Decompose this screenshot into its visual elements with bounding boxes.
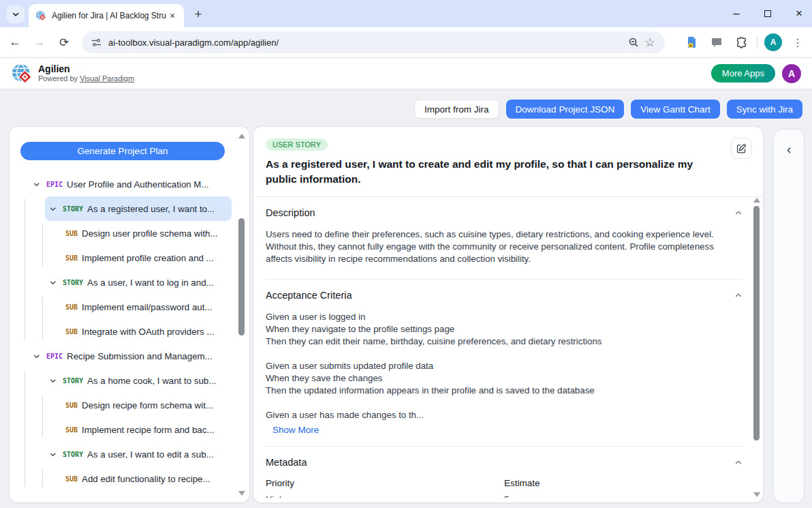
browser-menu-icon[interactable]: ⋮ — [789, 33, 807, 51]
section-title: Acceptance Criteria — [266, 290, 352, 301]
zoom-out-icon[interactable] — [625, 34, 642, 50]
tree-item-label: As a user, I want to log in and... — [87, 278, 214, 288]
field-value: 5 — [504, 494, 743, 498]
tree-item-type: EPIC — [46, 353, 63, 360]
chevron-down-icon[interactable] — [49, 205, 59, 213]
tree-item-label: Implement profile creation and ... — [82, 253, 214, 263]
tree-item-type: STORY — [63, 205, 83, 213]
story-detail-header: USER STORY As a registered user, I want … — [253, 127, 763, 197]
acceptance-criteria-section: Acceptance Criteria Given a user is logg… — [266, 279, 743, 446]
more-apps-button[interactable]: More Apps — [711, 64, 775, 83]
tree-item-epic[interactable]: EPICRecipe Submission and Managem... — [10, 344, 232, 368]
browser-profile-avatar[interactable]: A — [764, 33, 782, 51]
window-minimize-button[interactable]: – — [732, 9, 741, 18]
generate-project-plan-button[interactable]: Generate Project Plan — [20, 142, 225, 160]
tree-item-type: STORY — [63, 377, 83, 385]
site-settings-icon[interactable] — [91, 38, 102, 48]
app-header: Agilien Powered by Visual Paradigm More … — [0, 58, 812, 89]
chevron-up-icon[interactable] — [734, 209, 743, 217]
metadata-section-header[interactable]: Metadata — [266, 457, 743, 468]
scroll-down-icon[interactable] — [238, 491, 245, 496]
tree-item-type: SUB — [65, 254, 78, 262]
scrollbar-thumb[interactable] — [753, 206, 760, 440]
show-more-link[interactable]: Show More — [272, 425, 319, 435]
tree-item-label: Recipe Submission and Managem... — [67, 351, 213, 361]
back-button[interactable]: ← — [5, 33, 25, 52]
chevron-up-icon[interactable] — [734, 458, 743, 466]
reload-button[interactable]: ⟳ — [54, 33, 74, 52]
edit-pencil-icon — [736, 143, 747, 154]
tree-item-story[interactable]: STORYAs a user, I want to log in and... — [10, 270, 232, 295]
chevron-down-icon[interactable] — [49, 377, 59, 385]
chevron-up-icon[interactable] — [734, 291, 743, 299]
detail-scrollbar[interactable] — [753, 198, 761, 497]
feedback-bubble-icon[interactable] — [708, 33, 725, 51]
expand-panel-button[interactable] — [774, 142, 804, 158]
story-tree: EPICUser Profile and Authentication M...… — [10, 172, 232, 503]
tree-item-type: SUB — [65, 402, 78, 409]
tree-guide-line — [42, 395, 43, 438]
description-section-header[interactable]: Description — [266, 207, 743, 218]
tree-item-label: As a user, I want to edit a sub... — [87, 449, 214, 460]
chevron-down-icon[interactable] — [33, 181, 42, 188]
tab-search-button[interactable] — [7, 5, 25, 23]
acceptance-section-header[interactable]: Acceptance Criteria — [266, 290, 743, 301]
sidebar-scrollbar[interactable] — [238, 134, 246, 496]
tree-guide-line — [42, 297, 43, 340]
tree-item-type: SUB — [65, 328, 78, 335]
tree-item-label: As a home cook, I want to sub... — [87, 376, 216, 386]
browser-tab-strip: Agilien for Jira | AI Backlog Stru × + –… — [0, 0, 812, 27]
chevron-down-icon — [12, 10, 20, 18]
window-controls: – × — [732, 0, 804, 27]
chevron-down-icon[interactable] — [33, 353, 42, 360]
tree-item-epic[interactable]: EPICUser Profile and Authentication M... — [10, 172, 232, 196]
metadata-section: Metadata Priority High Estimate 5 — [266, 446, 743, 498]
tree-guide-line — [25, 371, 25, 487]
acceptance-paragraph: Given a user is logged inWhen they navig… — [266, 311, 743, 348]
user-avatar[interactable]: A — [782, 64, 801, 83]
acceptance-paragraph: Given a user has made changes to th... — [266, 409, 743, 421]
scroll-up-icon[interactable] — [753, 198, 760, 203]
chevron-down-icon[interactable] — [49, 451, 59, 458]
tab-title: Agilien for Jira | AI Backlog Stru — [52, 11, 166, 20]
import-from-jira-button[interactable]: Import from Jira — [414, 100, 499, 119]
collapsed-side-panel — [774, 130, 804, 503]
tree-item-label: User Profile and Authentication M... — [67, 179, 208, 190]
scroll-down-icon[interactable] — [753, 492, 760, 497]
edit-story-button[interactable] — [731, 138, 752, 159]
tree-item-story[interactable]: STORYAs a home cook, I want to sub... — [10, 368, 232, 393]
url-text[interactable]: ai-toolbox.visual-paradigm.com/app/agili… — [108, 38, 625, 48]
tree-item-story[interactable]: STORYAs a user, I want to edit a sub... — [10, 442, 232, 466]
new-tab-button[interactable]: + — [191, 7, 206, 22]
sync-with-jira-button[interactable]: Sync with Jira — [727, 100, 802, 119]
tree-guide-line — [42, 224, 43, 266]
close-tab-icon[interactable]: × — [166, 10, 178, 22]
section-title: Metadata — [266, 457, 307, 468]
tree-item-type: SUB — [65, 230, 78, 237]
window-maximize-button[interactable] — [763, 9, 772, 18]
browser-toolbar: ← → ⟳ ai-toolbox.visual-paradigm.com/app… — [0, 27, 812, 58]
tree-guide-line — [42, 469, 43, 487]
tree-item-label: As a registered user, I want to... — [87, 204, 215, 214]
address-bar[interactable]: ai-toolbox.visual-paradigm.com/app/agili… — [82, 31, 665, 53]
bookmark-star-icon[interactable]: ☆ — [642, 34, 658, 50]
forward-button[interactable]: → — [30, 33, 49, 52]
visual-paradigm-link[interactable]: Visual Paradigm — [80, 74, 134, 83]
tree-item-story[interactable]: STORYAs a registered user, I want to... — [10, 196, 232, 221]
view-gantt-chart-button[interactable]: View Gantt Chart — [631, 100, 720, 119]
field-label: Priority — [266, 478, 504, 488]
tree-item-type: SUB — [65, 426, 78, 434]
tree-item-type: SUB — [65, 475, 78, 483]
description-text: Users need to define their preferences, … — [266, 228, 743, 265]
metadata-fields: Priority High Estimate 5 — [266, 478, 743, 498]
chevron-down-icon[interactable] — [49, 279, 59, 286]
window-close-button[interactable]: × — [794, 9, 804, 18]
browser-tab[interactable]: Agilien for Jira | AI Backlog Stru × — [29, 4, 184, 27]
section-title: Description — [266, 207, 315, 218]
reading-list-extension-icon[interactable] — [683, 33, 701, 51]
scroll-up-icon[interactable] — [238, 134, 245, 138]
scrollbar-thumb[interactable] — [238, 218, 245, 335]
download-project-json-button[interactable]: Download Project JSON — [506, 100, 625, 119]
metadata-field: Priority High — [266, 478, 504, 498]
extensions-puzzle-icon[interactable] — [732, 33, 750, 51]
